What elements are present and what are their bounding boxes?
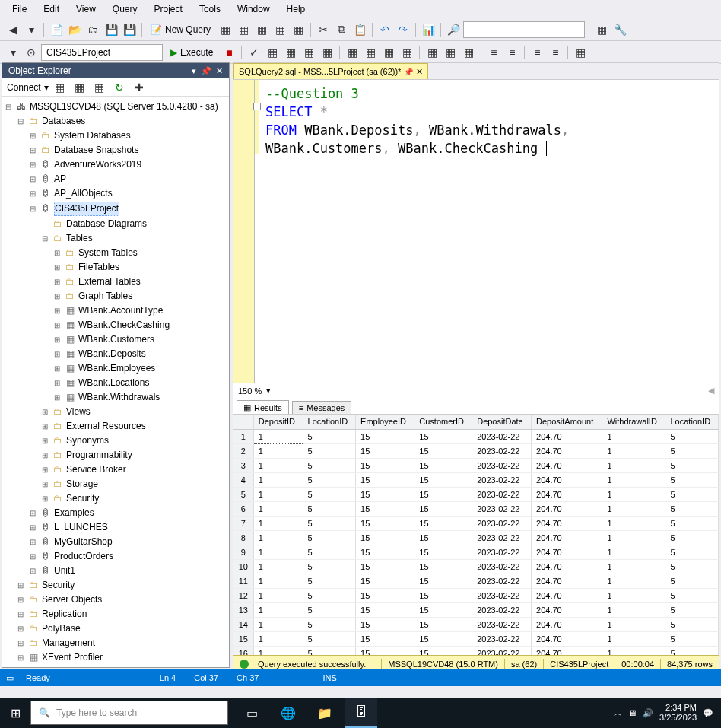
explorer-icon[interactable]: 📁 [309,698,341,728]
grid-cell[interactable]: 204.70 [532,631,602,646]
grid-cell[interactable]: 2023-02-22 [472,516,532,530]
open-icon[interactable]: 📂 [66,21,83,38]
row-header[interactable]: 5 [233,487,253,501]
target-icon[interactable]: ⊙ [23,44,40,61]
caret-icon[interactable]: ▾ [5,44,21,61]
grid-cell[interactable]: 15 [356,516,414,530]
grid-cell[interactable]: 15 [414,588,472,602]
tree-node[interactable]: ⊞▦WBank.Employees [4,361,227,376]
row-header[interactable]: 3 [233,458,253,472]
tree-node[interactable]: ⊞🗀PolyBase [4,622,227,636]
grid-cell[interactable]: 15 [414,516,472,530]
grid-cell[interactable]: 15 [414,458,472,472]
grid-cell[interactable]: 15 [414,545,472,559]
grid-cell[interactable]: 5 [303,458,355,472]
grid-cell[interactable]: 1 [253,516,303,530]
column-header[interactable] [233,415,253,429]
expand-icon[interactable]: ⊞ [52,275,62,288]
tab-messages[interactable]: ≡ Messages [292,401,352,414]
tree-node[interactable]: ⊟🗀Tables [4,231,227,246]
grid-cell[interactable]: 204.70 [532,443,602,458]
grid-cell[interactable]: 15 [356,646,414,655]
back-icon[interactable]: ◀ [5,21,21,38]
grid-cell[interactable]: 15 [356,559,414,574]
grid-cell[interactable]: 1 [253,559,303,574]
grid-cell[interactable]: 5 [303,574,355,588]
grid-cell[interactable]: 5 [303,631,355,646]
taskbar-search[interactable]: 🔍 Type here to search [30,701,228,725]
grid-cell[interactable]: 204.70 [532,646,602,655]
expand-icon[interactable]: ⊞ [52,377,62,389]
tree-node[interactable]: ⊞🛢AP_AllObjects [4,186,227,201]
grid-cell[interactable]: 15 [356,530,414,545]
tree-node[interactable]: ⊞🗀External Tables [4,275,227,289]
new-file-icon[interactable]: 📄 [48,21,65,38]
zoom-value[interactable]: 150 % [238,386,262,396]
expand-icon[interactable]: ⊟ [16,115,25,128]
grid-cell[interactable]: 1 [253,588,303,602]
column-header[interactable]: LocationID [665,415,719,429]
grid-cell[interactable]: 2023-02-22 [472,559,532,574]
tree-node[interactable]: ⊞▦XEvent Profiler [4,650,227,664]
tree-node[interactable]: ⊞🗀Database Snapshots [4,143,227,157]
grid-cell[interactable]: 5 [665,458,719,472]
grid-cell[interactable]: 15 [414,530,472,545]
parse-icon[interactable]: ✓ [246,44,262,61]
grid-cell[interactable]: 5 [303,429,355,443]
menu-edit[interactable]: Edit [36,2,67,16]
grid-cell[interactable]: 204.70 [532,574,602,588]
find-box[interactable] [463,21,585,38]
grid-cell[interactable]: 15 [414,501,472,516]
grid-cell[interactable]: 1 [602,443,665,458]
tree-node[interactable]: ⊞▦WBank.CheckCashing [4,318,227,332]
grid-cell[interactable]: 5 [303,443,355,458]
plan-icon[interactable]: ▦ [282,44,299,61]
menu-query[interactable]: Query [105,2,145,16]
grid-cell[interactable]: 204.70 [532,429,602,443]
copy-icon[interactable]: ⧉ [333,21,350,38]
expand-icon[interactable]: ⊞ [52,333,62,346]
grid-cell[interactable]: 15 [414,574,472,588]
expand-icon[interactable]: ⊞ [28,550,37,563]
expand-icon[interactable]: ⊞ [28,507,37,520]
redo-icon[interactable]: ↷ [395,21,411,38]
expand-icon[interactable]: ⊟ [40,232,49,245]
expand-icon[interactable]: ⊞ [40,463,49,476]
close-icon[interactable]: ✕ [216,66,223,76]
tree-node[interactable]: ⊞🗀External Resources [4,419,227,434]
grid-cell[interactable]: 204.70 [532,472,602,487]
row-header[interactable]: 9 [233,545,253,559]
expand-icon[interactable]: ⊞ [28,173,37,186]
grid-cell[interactable]: 15 [356,501,414,516]
opt-icon[interactable]: ▦ [442,44,459,61]
database-selector[interactable]: CIS435LProject [41,44,163,61]
grid-cell[interactable]: 15 [414,487,472,501]
new-query-button[interactable]: 📝 New Query [146,24,215,35]
results-grid[interactable]: DepositIDLocationIDEmployeeIDCustomerIDD… [233,415,719,655]
expand-icon[interactable]: ⊞ [52,391,62,404]
grid-cell[interactable]: 5 [665,588,719,602]
tree-node[interactable]: ⊞🗀Synonyms [4,434,227,448]
plug-icon[interactable]: ▦ [71,79,88,96]
grid-cell[interactable]: 1 [253,602,303,617]
grid-cell[interactable]: 5 [665,443,719,458]
chevron-down-icon[interactable]: ▾ [44,82,49,93]
grid-cell[interactable]: 5 [303,559,355,574]
grid-cell[interactable]: 2023-02-22 [472,574,532,588]
row-header[interactable]: 2 [233,443,253,458]
save-icon[interactable]: 💾 [103,21,119,38]
tree-node[interactable]: ⊞🗀Service Broker [4,463,227,477]
grid-cell[interactable]: 5 [303,646,355,655]
grid-cell[interactable]: 2023-02-22 [472,545,532,559]
menu-view[interactable]: View [68,2,103,16]
grid-cell[interactable]: 2023-02-22 [472,458,532,472]
grid-cell[interactable]: 15 [414,429,472,443]
expand-icon[interactable]: ⊞ [28,158,37,171]
expand-icon[interactable]: ⊞ [16,637,25,650]
menu-project[interactable]: Project [147,2,190,16]
grid-cell[interactable]: 1 [602,472,665,487]
tree-node[interactable]: ⊞🛢MyGuitarShop [4,535,227,549]
grid-cell[interactable]: 1 [602,617,665,631]
tree-node[interactable]: ⊞▦WBank.Deposits [4,347,227,361]
grid-cell[interactable]: 15 [356,574,414,588]
